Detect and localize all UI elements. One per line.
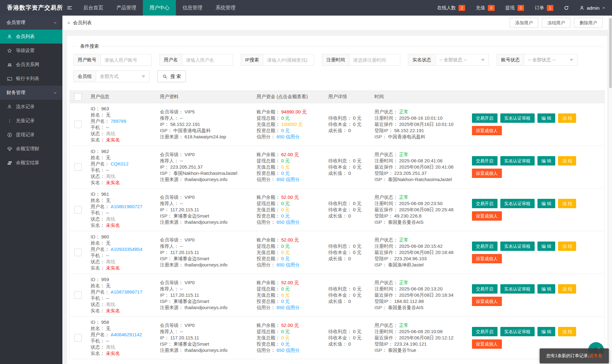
nav-products[interactable]: 产品管理 [110, 0, 143, 16]
credit-value[interactable]: 650 信用分 [277, 262, 300, 267]
credit-value[interactable]: 650 信用分 [277, 177, 300, 182]
set-fake-button[interactable]: 设置成假人 [472, 254, 502, 263]
set-fake-button[interactable]: 设置成假人 [472, 211, 502, 221]
invest-value[interactable]: 0 元 [281, 170, 290, 176]
nav-system[interactable]: 系统管理 [209, 0, 242, 16]
username-value[interactable]: A10873868717 [111, 289, 143, 295]
credit-value[interactable]: 650 信用分 [277, 134, 300, 139]
freeze-button[interactable]: 冻 结 [558, 242, 576, 251]
recharge-value[interactable]: 100000 元 [281, 122, 303, 127]
trade-toggle-button[interactable]: 交易开启 [472, 242, 498, 251]
freeze-button[interactable]: 冻 结 [558, 199, 576, 208]
menu-toggle-icon[interactable] [62, 0, 77, 16]
withdraw-value[interactable]: 0 元 [281, 158, 290, 163]
withdraw-value[interactable]: 0 元 [281, 329, 290, 334]
recharge-value[interactable]: 0 元 [281, 207, 290, 212]
username-value[interactable]: A10933354854 [111, 247, 143, 252]
sidebar-item-yuebao-invest[interactable]: 余额宝理财 [0, 142, 62, 156]
balance-value[interactable]: 62.00 元 [281, 152, 299, 157]
trade-toggle-button[interactable]: 交易开启 [472, 327, 498, 336]
recharge-value[interactable]: 0 元 [281, 250, 290, 255]
invest-value[interactable]: 0 元 [281, 256, 290, 261]
realname-review-button[interactable]: 实名认证审核 [500, 242, 535, 251]
nav-dashboard[interactable]: 后台首页 [77, 0, 110, 16]
sidebar-item-flow-records[interactable]: 流水记录 [0, 100, 62, 114]
withdraw-value[interactable]: 0 元 [281, 201, 290, 206]
member-group-select[interactable]: 全部方式 [96, 71, 149, 82]
stat-order-count[interactable]: 订单1 [535, 5, 553, 11]
refresh-icon[interactable] [563, 5, 569, 11]
sidebar-item-yuebao-settle[interactable]: 余额宝结算 [0, 156, 62, 170]
reg-time-input[interactable] [349, 54, 400, 65]
scrollbar-thumb[interactable] [609, 18, 612, 88]
sidebar-item-member-network[interactable]: 会员关系网 [0, 58, 62, 72]
row-checkbox[interactable] [74, 334, 82, 342]
add-user-button[interactable]: 添加用户 [510, 18, 538, 28]
admin-menu[interactable]: admin [579, 5, 606, 11]
balance-value[interactable]: 52.00 元 [281, 323, 299, 328]
set-fake-button[interactable]: 设置成假人 [472, 297, 502, 306]
balance-value[interactable]: 52.00 元 [281, 237, 299, 242]
edit-button[interactable]: 编 辑 [537, 199, 556, 208]
credit-value[interactable]: 650 信用分 [277, 219, 300, 225]
delete-user-button[interactable]: 删除用户 [574, 18, 603, 28]
balance-value[interactable]: 94890.00 元 [281, 109, 307, 114]
balance-value[interactable]: 52.00 元 [281, 194, 299, 200]
set-fake-button[interactable]: 设置成假人 [472, 339, 502, 349]
realname-status-select[interactable]: -- 全部状态 -- [435, 54, 488, 65]
sidebar-item-withdraw-records[interactable]: 提现记录 [0, 128, 62, 142]
sidebar-item-bank-card-list[interactable]: 银行卡列表 [0, 72, 62, 86]
edit-button[interactable]: 编 辑 [537, 284, 556, 294]
realname-review-button[interactable]: 实名认证审核 [500, 199, 535, 208]
withdraw-value[interactable]: 0 元 [281, 115, 290, 121]
freeze-button[interactable]: 冻 结 [558, 156, 576, 165]
username-value[interactable]: A10801960727 [111, 204, 143, 209]
row-checkbox[interactable] [74, 291, 82, 299]
set-fake-button[interactable]: 设置成假人 [472, 169, 502, 178]
row-checkbox[interactable] [74, 206, 82, 213]
withdraw-value[interactable]: 0 元 [281, 286, 290, 291]
stat-online-count[interactable]: 在线人数2 [437, 5, 465, 11]
invest-value[interactable]: 0 元 [281, 299, 290, 304]
stat-recharge-count[interactable]: 充值0 [476, 5, 494, 11]
invest-value[interactable]: 0 元 [281, 128, 290, 133]
sidebar-item-member-list[interactable]: 会员列表 [0, 30, 62, 44]
set-fake-button[interactable]: 设置成假人 [472, 126, 502, 135]
trade-toggle-button[interactable]: 交易开启 [472, 156, 498, 165]
toast-view-link[interactable]: 请查看 [589, 353, 602, 359]
sidebar-item-recharge-records[interactable]: 充值记录 [0, 114, 62, 128]
stat-withdraw-count[interactable]: 提现0 [505, 5, 524, 11]
edit-button[interactable]: 编 辑 [537, 156, 556, 165]
withdraw-value[interactable]: 0 元 [281, 243, 290, 249]
nav-info[interactable]: 信息管理 [176, 0, 209, 16]
realname-review-button[interactable]: 实名认证审核 [500, 113, 535, 123]
row-checkbox[interactable] [74, 163, 82, 171]
account-input[interactable] [101, 54, 151, 65]
sidebar-group-finance-management[interactable]: 财务管理 [0, 86, 62, 100]
balance-value[interactable]: 52.00 元 [281, 280, 299, 285]
edit-button[interactable]: 编 辑 [537, 113, 556, 123]
invest-value[interactable]: 0 元 [281, 341, 290, 347]
nav-user-center[interactable]: 用户中心 [143, 0, 176, 16]
search-button[interactable]: 搜 索 [157, 70, 186, 82]
username-input[interactable] [182, 54, 233, 65]
edit-button[interactable]: 编 辑 [537, 242, 556, 251]
recharge-value[interactable]: 0 元 [281, 292, 290, 298]
realname-review-button[interactable]: 实名认证审核 [500, 284, 535, 294]
username-value[interactable]: A40646291142 [111, 332, 142, 337]
edit-button[interactable]: 编 辑 [537, 327, 556, 336]
recharge-value[interactable]: 0 元 [281, 335, 290, 340]
row-checkbox[interactable] [74, 121, 82, 128]
trade-toggle-button[interactable]: 交易开启 [472, 113, 498, 123]
account-status-select[interactable]: -- 全部状态 -- [524, 54, 577, 65]
ip-search-input[interactable] [263, 54, 314, 65]
select-all-checkbox[interactable] [74, 93, 82, 101]
invest-value[interactable]: 0 元 [281, 213, 290, 218]
sidebar-item-level-settings[interactable]: 等级设置 [0, 44, 62, 58]
credit-value[interactable]: 650 信用分 [277, 347, 300, 353]
trade-toggle-button[interactable]: 交易开启 [472, 199, 498, 208]
trade-toggle-button[interactable]: 交易开启 [472, 284, 498, 294]
realname-review-button[interactable]: 实名认证审核 [500, 156, 535, 165]
freeze-button[interactable]: 冻 结 [558, 113, 576, 123]
freeze-user-button[interactable]: 冻结用户 [542, 18, 571, 28]
